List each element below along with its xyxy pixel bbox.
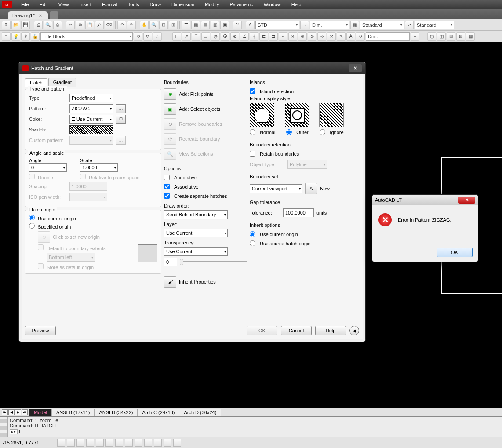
color-combo[interactable]: Use Current	[69, 115, 113, 124]
tpy-icon[interactable]	[135, 439, 142, 447]
eraser-icon[interactable]: ⌫	[105, 21, 113, 29]
bset-new-label[interactable]: New	[320, 186, 330, 191]
cut-icon[interactable]: ✂	[66, 21, 75, 29]
vp5-icon[interactable]: ▦	[466, 32, 475, 41]
dim-base-icon[interactable]: ⊏	[259, 32, 268, 41]
menu-help[interactable]: Help	[286, 1, 307, 8]
first-sheet-icon[interactable]: ⏮	[2, 409, 8, 415]
props-icon[interactable]: ☰	[182, 21, 190, 29]
draworder-combo[interactable]: Send Behind Boundary	[164, 210, 228, 219]
sun-icon[interactable]: ☀	[21, 32, 30, 41]
model-icon[interactable]	[164, 439, 171, 447]
menu-dimension[interactable]: Dimension	[166, 1, 200, 8]
dim-cont-icon[interactable]: ⊐	[269, 32, 278, 41]
menu-window[interactable]: Window	[258, 1, 286, 8]
tab-gradient[interactable]: Gradient	[48, 78, 76, 87]
island-outer-radio[interactable]: Outer	[285, 129, 309, 135]
paste-icon[interactable]: 📋	[85, 21, 94, 29]
command-input[interactable]: ▸▾ H	[10, 429, 500, 434]
dim-arc-icon[interactable]: ⌒	[192, 32, 200, 41]
vp3-icon[interactable]: ⊟	[447, 32, 455, 41]
pick-points-label[interactable]: Add: Pick points	[179, 91, 214, 97]
dim-cen-icon[interactable]: ⊙	[308, 32, 316, 41]
error-titlebar[interactable]: AutoCAD LT ✕	[372, 195, 478, 205]
new-icon[interactable]: 🗎	[2, 21, 11, 29]
inherit-source-radio[interactable]: Use source hatch origin	[250, 240, 359, 246]
error-ok-button[interactable]: OK	[437, 248, 473, 257]
inherit-props-label[interactable]: Inherit Properties	[179, 279, 216, 284]
match-icon[interactable]: 🖌	[95, 21, 104, 29]
island-ignore-radio[interactable]: Ignore	[319, 129, 344, 135]
redo-icon[interactable]: ↷	[127, 21, 136, 29]
grid-icon[interactable]	[67, 439, 75, 447]
transp-slider[interactable]	[180, 258, 247, 266]
undo-icon[interactable]: ↶	[117, 21, 126, 29]
help-button[interactable]: Help	[315, 326, 346, 335]
dim-ang-icon[interactable]: ∠	[240, 32, 249, 41]
bulb-icon[interactable]: 💡	[11, 32, 20, 41]
separate-hatches-checkbox[interactable]: Create separate hatches	[164, 193, 247, 199]
island-ignore-preview[interactable]	[319, 103, 344, 127]
dim-lin-icon[interactable]: ⊢	[172, 32, 181, 41]
specified-origin-radio[interactable]: Specified origin	[29, 223, 71, 229]
prev-sheet-icon[interactable]: ◀	[8, 409, 15, 415]
sheet-tab[interactable]: Arch D (36x24)	[179, 409, 221, 416]
vp1-icon[interactable]: ▢	[427, 32, 436, 41]
layer-tool3-icon[interactable]: ⛬	[153, 32, 162, 41]
table-style-combo[interactable]: Standard	[360, 21, 404, 29]
layer-tool1-icon[interactable]: ⟲	[134, 32, 142, 41]
bset-select-icon[interactable]: ↖	[305, 183, 317, 194]
layer-tool2-icon[interactable]: ⟳	[143, 32, 152, 41]
dim-icon[interactable]: ↔	[300, 21, 309, 29]
sc-icon[interactable]	[154, 439, 162, 447]
mleader-style-combo[interactable]: Standard	[415, 21, 454, 29]
menu-parametric[interactable]: Parametric	[224, 1, 258, 8]
select-objects-label[interactable]: Add: Select objects	[179, 106, 220, 112]
dim-style-btn[interactable]: ↔	[411, 32, 419, 41]
transp-combo[interactable]: Use Current	[164, 247, 228, 256]
layer-combo[interactable]: Title Block	[40, 32, 133, 41]
island-normal-preview[interactable]	[250, 103, 274, 127]
inherit-props-icon[interactable]: 🖌	[164, 276, 176, 288]
transp-value[interactable]: 0	[164, 258, 177, 266]
dim-space-icon[interactable]: ↔	[279, 32, 287, 41]
pattern-browse-button[interactable]: …	[116, 104, 126, 113]
annot-scale-icon[interactable]	[173, 439, 181, 447]
help-icon[interactable]: ?	[233, 21, 242, 29]
layer-combo-dlg[interactable]: Use Current	[164, 229, 228, 237]
vp2-icon[interactable]: ◫	[437, 32, 446, 41]
close-icon[interactable]: ✕	[349, 64, 362, 72]
dim-upd-icon[interactable]: ↻	[356, 32, 365, 41]
annotative-checkbox[interactable]: Annotative	[164, 175, 247, 180]
print-icon[interactable]: 🖨	[34, 21, 43, 29]
menu-modify[interactable]: Modify	[200, 1, 224, 8]
sheet-tab[interactable]: ANSI D (34x22)	[95, 409, 138, 416]
text-style-combo[interactable]: STD	[255, 21, 299, 29]
ok-button[interactable]: OK	[247, 326, 277, 335]
menu-insert[interactable]: Insert	[74, 1, 97, 8]
menu-draw[interactable]: Draw	[144, 1, 166, 8]
palette2-icon[interactable]: ▤	[201, 21, 210, 29]
publish-icon[interactable]: ⎙	[53, 21, 62, 29]
dim-dia-icon[interactable]: ⊘	[230, 32, 239, 41]
ortho-icon[interactable]	[76, 439, 84, 447]
dim-insp-icon[interactable]: ⟢	[317, 32, 326, 41]
polar-icon[interactable]	[86, 439, 94, 447]
dim-ord-icon[interactable]: ⊥	[201, 32, 210, 41]
document-tab[interactable]: Drawing1* ×	[8, 11, 48, 19]
zoom-ext-icon[interactable]: ⊞	[169, 21, 178, 29]
vp4-icon[interactable]: ⊞	[456, 32, 465, 41]
use-current-origin-radio[interactable]: Use current origin	[29, 215, 76, 221]
menu-tools[interactable]: Tools	[123, 1, 145, 8]
grip-icon[interactable]	[0, 417, 8, 437]
new-tab-button[interactable]	[50, 11, 58, 19]
table-icon[interactable]: ▦	[350, 21, 359, 29]
menu-edit[interactable]: Edit	[34, 1, 53, 8]
sheet-model[interactable]: Model	[29, 409, 52, 416]
palette1-icon[interactable]: ▦	[191, 21, 200, 29]
palette3-icon[interactable]: ▥	[211, 21, 219, 29]
lwt-icon[interactable]	[125, 439, 133, 447]
pan-icon[interactable]: ✋	[140, 21, 149, 29]
island-detection-checkbox[interactable]: Island detection	[250, 88, 359, 94]
sheet-tab[interactable]: ANSI B (17x11)	[52, 409, 95, 416]
